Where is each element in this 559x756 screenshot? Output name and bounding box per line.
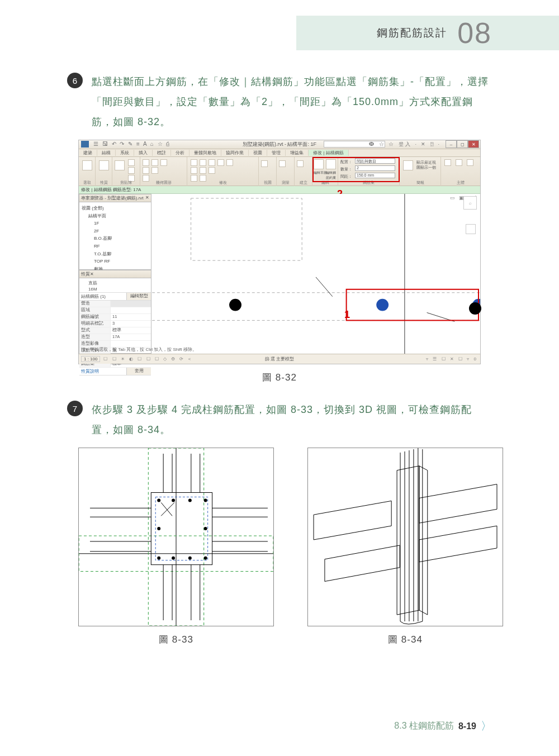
- select-content-icon[interactable]: [467, 159, 473, 166]
- nav-wheel-icon[interactable]: [466, 224, 476, 234]
- tab-annotate[interactable]: 標註: [153, 150, 171, 156]
- quick-access-toolbar[interactable]: ☰ 🖫 ↶ ↷ ✎ ≡ A ⌂ ☆ ⎙: [93, 141, 170, 147]
- ribbon-group-host: 主體: [441, 180, 480, 186]
- chapter-number: 08: [457, 16, 492, 50]
- properties-icon[interactable]: [99, 160, 109, 170]
- title-bar: ☰ 🖫 ↶ ↷ ✎ ≡ A ⌂ ☆ ⎙ 別墅建築(鋼筋).rvt - 結構平面:…: [79, 140, 480, 149]
- ribbon-group-presentation: 簡報: [400, 180, 440, 186]
- tab-collaborate[interactable]: 協同作業: [221, 150, 249, 156]
- prop-val[interactable]: 11: [111, 314, 151, 320]
- tree-item[interactable]: 2F: [82, 227, 149, 235]
- tab-massing[interactable]: 量體與敷地: [190, 150, 221, 156]
- svg-marker-47: [419, 526, 497, 562]
- help-toolbar[interactable]: ⓲ ☆ ☆ 登入 · ✕ ⍰ ·: [369, 141, 441, 148]
- join-icon[interactable]: [160, 159, 167, 166]
- rebar-dot-icon: [469, 302, 481, 315]
- tree-item[interactable]: 結構平面: [82, 212, 149, 220]
- properties-filter[interactable]: 結構鋼筋 (1): [79, 293, 126, 300]
- prop-val[interactable]: [111, 301, 151, 307]
- screenshot-3d-view: [307, 448, 503, 626]
- close-icon[interactable]: ✕: [145, 195, 149, 200]
- step-text: 點選柱斷面上方鋼筋，在「修改｜結構鋼筋」功能區點選「鋼筋集」-「配置」，選擇「間…: [92, 72, 492, 132]
- prop-val[interactable]: 3: [111, 321, 151, 327]
- offset-icon[interactable]: [200, 167, 206, 174]
- window-close-button[interactable]: ✕: [468, 140, 479, 148]
- prop-key: 營造: [79, 301, 111, 307]
- ribbon-group-properties: 性質: [96, 180, 112, 186]
- svg-point-23: [204, 527, 207, 530]
- svg-point-6: [229, 299, 241, 311]
- pick-host-icon[interactable]: [456, 159, 462, 166]
- svg-point-24: [157, 557, 160, 560]
- tab-manage[interactable]: 管理: [267, 150, 286, 156]
- paste-icon[interactable]: [115, 160, 125, 170]
- tree-item[interactable]: 1F: [82, 220, 149, 227]
- select-icon[interactable]: [82, 160, 92, 170]
- selection-filter[interactable]: 篩 選 主要模型: [265, 356, 294, 362]
- create-icon[interactable]: [297, 160, 304, 167]
- cut-geom-icon[interactable]: [151, 159, 158, 166]
- annotation-number-1: 1: [344, 309, 350, 321]
- window-maximize-button[interactable]: ◻: [457, 140, 468, 148]
- trim-icon[interactable]: [191, 167, 197, 174]
- svg-point-19: [172, 498, 175, 502]
- annotation-red-box-ribbon: [312, 157, 400, 182]
- edit-family-icon[interactable]: [444, 159, 451, 166]
- split-icon[interactable]: [151, 167, 158, 174]
- app-logo-icon: [81, 141, 89, 148]
- tree-item[interactable]: RF: [82, 243, 149, 250]
- step-text: 依步驟 3 及步驟 4 完成柱鋼筋配置，如圖 8-33，切換到 3D 視圖，可檢…: [92, 400, 492, 440]
- tab-insert[interactable]: 插入: [134, 150, 153, 156]
- rotate-icon[interactable]: [217, 159, 224, 166]
- prop-key: 區域: [79, 307, 111, 313]
- tree-item[interactable]: 視圖 (全部): [82, 205, 149, 212]
- cut-icon[interactable]: [128, 159, 135, 166]
- measure-icon[interactable]: [279, 160, 286, 167]
- chapter-header: 鋼筋配筋設計 08: [296, 16, 559, 50]
- tab-architecture[interactable]: 建築: [79, 150, 97, 156]
- window-minimize-button[interactable]: –: [446, 140, 457, 148]
- tab-analyze[interactable]: 分析: [171, 150, 190, 156]
- status-right-icons[interactable]: ▿ ☰ ☐ ✕ ☐ ▿ 0: [426, 356, 478, 362]
- window-controls: – ◻ ✕: [446, 140, 479, 148]
- footer-page: 8-19: [458, 721, 476, 731]
- svg-point-21: [204, 498, 207, 502]
- presentation-icon[interactable]: [403, 160, 413, 170]
- type-selector[interactable]: 直筋 16M: [79, 278, 151, 293]
- view-control-bar[interactable]: ☐ ☐ ☀ ◐ ☐ ☐ ☐ ◇ ⚙ ⟳ <: [103, 356, 192, 362]
- tree-item[interactable]: B.O.基腳: [82, 235, 149, 243]
- svg-rect-0: [191, 198, 302, 260]
- view-scale[interactable]: 1 : 100: [81, 356, 100, 362]
- align-icon[interactable]: [191, 159, 197, 166]
- edit-type-button[interactable]: 編輯類型: [126, 293, 151, 300]
- footer-section: 8.3 柱鋼筋配筋: [394, 720, 454, 732]
- mirror-icon[interactable]: [226, 159, 233, 166]
- tab-addins[interactable]: 增益集: [286, 150, 309, 156]
- tab-systems[interactable]: 系統: [116, 150, 134, 156]
- array-icon[interactable]: [209, 167, 215, 174]
- prop-val[interactable]: [111, 307, 151, 313]
- svg-rect-9: [347, 289, 479, 321]
- view-icon[interactable]: [261, 160, 268, 167]
- tab-view[interactable]: 視圖: [249, 150, 267, 156]
- properties-help-link[interactable]: 性質說明: [79, 368, 126, 375]
- copy-icon[interactable]: [128, 167, 135, 174]
- tree-item[interactable]: T.O.基腳: [82, 250, 149, 258]
- tab-structure[interactable]: 結構: [97, 150, 116, 156]
- close-icon[interactable]: ✕: [90, 272, 94, 277]
- tree-item[interactable]: TOP RF: [82, 258, 149, 265]
- tab-modify-rebar[interactable]: 修改 | 結構鋼筋: [309, 150, 349, 156]
- apply-button[interactable]: 套用: [126, 368, 151, 375]
- project-browser-panel: 專案瀏覽器 - 別墅建築(鋼筋).rvt✕ 視圖 (全部) 結構平面 1F 2F…: [79, 194, 151, 270]
- prop-val[interactable]: 標準: [111, 327, 151, 334]
- viewcube-icon[interactable]: ⌕: [463, 196, 477, 210]
- notch-icon[interactable]: [143, 167, 149, 174]
- svg-point-18: [157, 498, 160, 502]
- prop-val[interactable]: 17A: [111, 334, 151, 340]
- move-icon[interactable]: [200, 159, 206, 166]
- drawing-canvas[interactable]: [151, 194, 480, 354]
- svg-point-22: [157, 527, 160, 530]
- cope-icon[interactable]: [143, 159, 149, 166]
- copy2-icon[interactable]: [209, 159, 215, 166]
- ribbon: 選取 性質 剪貼簿 幾何圖形: [79, 157, 480, 186]
